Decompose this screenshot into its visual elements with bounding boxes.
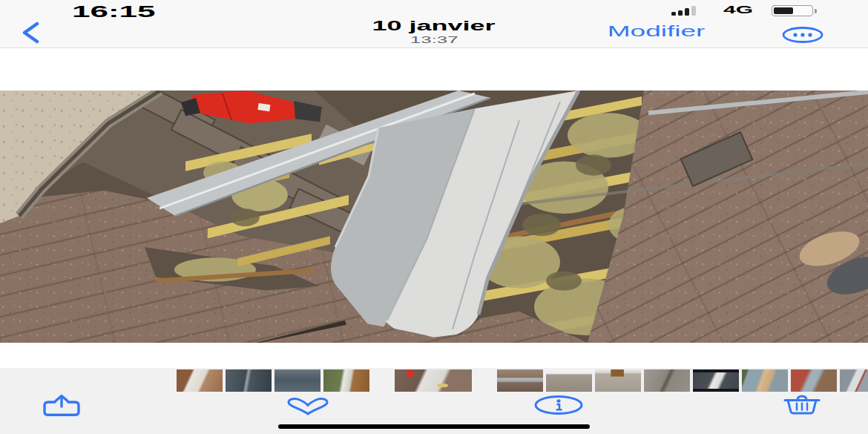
more-options-button[interactable] bbox=[780, 27, 825, 43]
title-date: 10 janvier bbox=[286, 19, 582, 33]
battery-fill bbox=[774, 7, 793, 14]
network-type-label: 4G bbox=[723, 3, 738, 16]
thumbnail-roof-opening-membrane-current[interactable] bbox=[395, 369, 472, 392]
info-circle-icon bbox=[533, 406, 585, 417]
signal-bar bbox=[678, 10, 683, 16]
signal-bar bbox=[691, 6, 696, 16]
thumbnail-gutter-over-garden[interactable] bbox=[323, 369, 369, 392]
thumbnail-grey-roof-white-sky[interactable] bbox=[546, 369, 592, 392]
thumbnail-strip bbox=[177, 369, 868, 392]
share-button[interactable] bbox=[39, 394, 85, 418]
battery-cap bbox=[815, 9, 818, 13]
signal-bar bbox=[685, 8, 689, 16]
thumbnail-dark-roof-white-membrane[interactable] bbox=[693, 369, 739, 392]
thumbnail-metal-roof-panels[interactable] bbox=[274, 369, 320, 392]
home-indicator[interactable] bbox=[278, 424, 590, 429]
photo-date-title: 10 janvier 13:37 bbox=[286, 19, 582, 45]
signal-bar bbox=[671, 12, 676, 16]
thumbnail-roof-with-chimney-box[interactable] bbox=[595, 369, 641, 392]
ellipsis-circle-icon bbox=[780, 34, 825, 45]
back-button[interactable] bbox=[18, 22, 43, 44]
title-time: 13:37 bbox=[286, 35, 582, 45]
heart-icon bbox=[283, 407, 332, 418]
chevron-left-icon bbox=[18, 35, 43, 46]
signal-strength-icon bbox=[671, 6, 696, 16]
delete-button[interactable] bbox=[779, 394, 825, 417]
top-bar: 16:15 4G 10 janvier 13:37 Modifier bbox=[0, 0, 868, 48]
photo-viewer[interactable] bbox=[0, 91, 868, 343]
thumbnail-grey-roof-slab[interactable] bbox=[644, 369, 690, 392]
favorite-button[interactable] bbox=[283, 397, 332, 418]
thumbnail-red-and-grey-roof[interactable] bbox=[791, 369, 837, 392]
status-time: 16:15 bbox=[72, 2, 114, 22]
thumbnail-tiled-roof-gutter[interactable] bbox=[497, 369, 543, 392]
thumbnail-slate-roof-silver-edge[interactable] bbox=[226, 369, 272, 392]
thumbnail-roofs-with-windows[interactable] bbox=[840, 369, 868, 392]
share-icon bbox=[39, 407, 85, 418]
bottom-toolbar bbox=[0, 368, 868, 434]
roof-photo bbox=[0, 91, 868, 343]
thumbnail-ridge-with-mortar[interactable] bbox=[742, 369, 788, 392]
edit-button[interactable]: Modifier bbox=[590, 23, 723, 40]
photos-app-screen: 16:15 4G 10 janvier 13:37 Modifier bbox=[0, 0, 868, 434]
trash-icon bbox=[779, 406, 825, 417]
battery-icon bbox=[772, 5, 813, 16]
info-button[interactable] bbox=[533, 395, 585, 417]
thumbnail-membrane-on-battens[interactable] bbox=[177, 369, 223, 392]
